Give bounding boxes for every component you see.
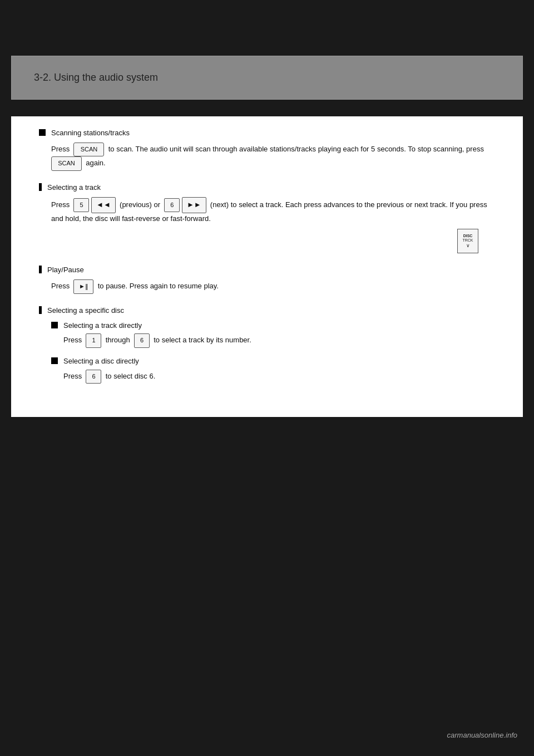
bullet-bar-track	[39, 183, 42, 191]
header-title: 3-2. Using the audio system	[34, 72, 158, 83]
direct-disc-header: Selecting a disc directly	[63, 356, 139, 367]
section-track-select: Selecting a track Press 5 ◄◄ (previous) …	[39, 182, 495, 253]
bullet-square-direct-track	[51, 322, 58, 328]
play-pause-button[interactable]: ►‖	[73, 279, 93, 294]
track-body-text: Press 5 ◄◄ (previous) or 6 ►► (next) to …	[51, 197, 495, 225]
scan-button-1[interactable]: SCAN	[73, 143, 104, 157]
next-num-button[interactable]: 6	[164, 198, 180, 213]
sub-section-track-direct: Selecting a track directly Press 1 throu…	[51, 320, 495, 348]
section-disc-select: Selecting a specific disc Selecting a tr…	[39, 305, 495, 384]
watermark: carmanualsonline.info	[447, 731, 517, 739]
bullet-bar-disc	[39, 306, 42, 314]
bullet-square-direct-disc	[51, 357, 58, 364]
direct-btn-6[interactable]: 6	[134, 333, 150, 348]
direct-track-header: Selecting a track directly	[63, 320, 142, 332]
disc-select-header: Selecting a specific disc	[47, 305, 124, 317]
scan-header-text: Scanning stations/tracks	[51, 127, 130, 139]
page-container: 3-2. Using the audio system Scanning sta…	[0, 0, 534, 756]
content-area: Scanning stations/tracks Press SCAN to s…	[11, 116, 523, 417]
bullet-square-scan	[39, 129, 46, 136]
prev-num-button[interactable]: 5	[73, 198, 89, 213]
header-box: 3-2. Using the audio system	[11, 56, 523, 100]
scan-button-2[interactable]: SCAN	[51, 156, 82, 171]
track-header-text: Selecting a track	[47, 182, 101, 194]
disc-track-icon: DISC TRCK ∨	[457, 229, 478, 253]
direct-btn-1[interactable]: 1	[86, 333, 101, 348]
scan-body-text: Press SCAN to scan. The audio unit will …	[51, 143, 495, 171]
next-arrow-button[interactable]: ►►	[182, 197, 206, 213]
direct-disc-body: Press 6 to select disc 6.	[63, 370, 495, 384]
play-body-text: Press ►‖ to pause. Press again to resume…	[51, 279, 495, 294]
direct-disc-btn-6[interactable]: 6	[86, 370, 101, 384]
prev-arrow-button[interactable]: ◄◄	[91, 197, 116, 213]
bullet-bar-play	[39, 266, 42, 273]
section-scan: Scanning stations/tracks Press SCAN to s…	[39, 127, 495, 171]
disc-icon-row: DISC TRCK ∨	[51, 229, 478, 253]
direct-track-body: Press 1 through 6 to select a track by i…	[63, 333, 495, 348]
section-play-pause: Play/Pause Press ►‖ to pause. Press agai…	[39, 264, 495, 293]
play-header-text: Play/Pause	[47, 264, 84, 276]
sub-section-disc-direct: Selecting a disc directly Press 6 to sel…	[51, 356, 495, 384]
